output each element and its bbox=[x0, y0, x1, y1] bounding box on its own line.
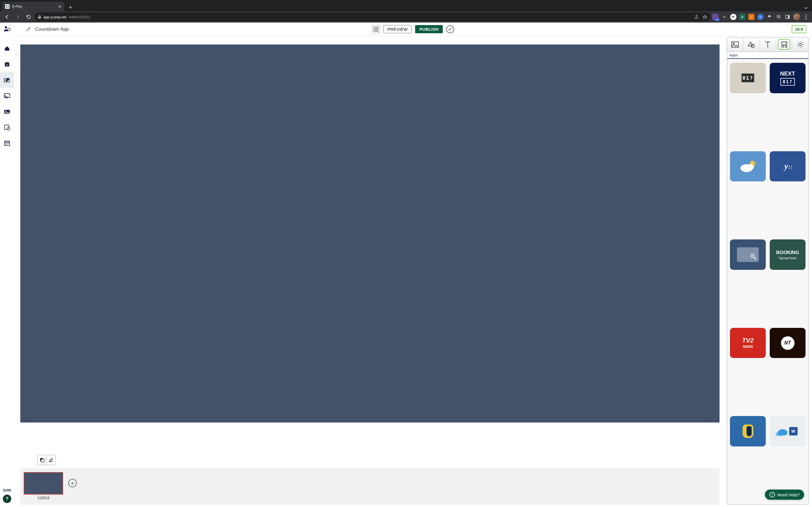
side-panel-icon[interactable] bbox=[784, 14, 791, 20]
address-bar: app.q-play.net/editor/25202 ✎ f? N ⚡ ⟳ bbox=[0, 11, 812, 22]
lock-icon bbox=[38, 15, 41, 19]
extensions-area: ✎ f? N ⚡ ⟳ bbox=[712, 13, 810, 20]
extension-blue[interactable]: ⟳ bbox=[757, 14, 763, 20]
extension-f[interactable]: f? bbox=[730, 14, 737, 20]
extension-orange[interactable]: ⚡ bbox=[748, 14, 755, 20]
reading-list-icon[interactable] bbox=[775, 14, 781, 20]
tab-favicon bbox=[5, 4, 10, 9]
forward-button[interactable] bbox=[13, 12, 22, 22]
browser-chrome: Q-Play app.q-play.net/editor/25202 ✎ bbox=[0, 0, 812, 22]
extension-purple[interactable] bbox=[712, 14, 718, 20]
close-tab-icon[interactable] bbox=[58, 5, 61, 8]
url-host: app.q-play.net bbox=[43, 15, 66, 19]
extension-n[interactable]: N bbox=[739, 14, 746, 20]
back-button[interactable] bbox=[2, 12, 12, 22]
tab-title: Q-Play bbox=[12, 4, 22, 8]
extensions-menu-icon[interactable] bbox=[766, 14, 772, 20]
browser-tab[interactable]: Q-Play bbox=[2, 2, 64, 11]
share-icon[interactable] bbox=[694, 15, 699, 19]
url-field[interactable]: app.q-play.net/editor/25202 bbox=[35, 12, 711, 21]
extension-wand[interactable]: ✎ bbox=[721, 14, 727, 20]
svg-rect-4 bbox=[788, 15, 790, 18]
bookmark-star-icon[interactable] bbox=[703, 15, 707, 19]
reload-button[interactable] bbox=[24, 12, 33, 22]
svg-rect-1 bbox=[6, 6, 8, 7]
new-tab-button[interactable] bbox=[66, 3, 74, 11]
url-path: /editor/25202 bbox=[68, 15, 90, 19]
svg-rect-2 bbox=[38, 17, 41, 18]
profile-avatar[interactable] bbox=[794, 13, 800, 20]
browser-menu-icon[interactable] bbox=[803, 14, 809, 19]
tab-strip: Q-Play bbox=[0, 0, 812, 11]
tab-overflow-icon[interactable] bbox=[804, 6, 810, 11]
